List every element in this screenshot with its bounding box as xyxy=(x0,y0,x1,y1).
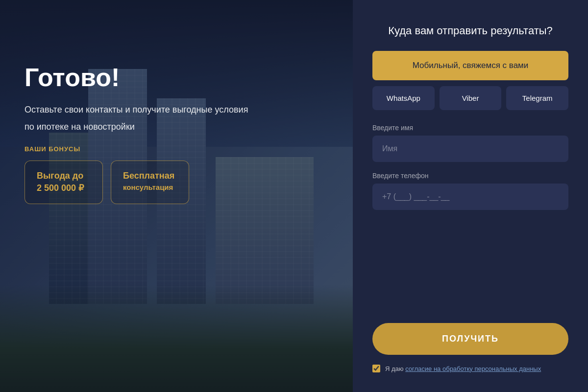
consent-text: Я даю согласие на обработку персональных… xyxy=(385,365,541,372)
bonus-card-2-line1: Бесплатная xyxy=(123,170,177,182)
right-panel: Куда вам отправить результаты? Мобильный… xyxy=(353,0,588,392)
subtitle-line1: Оставьте свои контакты и получите выгодн… xyxy=(24,103,248,116)
consent-link[interactable]: согласие на обработку персональных данны… xyxy=(405,365,541,372)
btn-viber[interactable]: Viber xyxy=(440,86,502,110)
consent-row: Я даю согласие на обработку персональных… xyxy=(372,365,568,372)
messenger-row: WhatsApp Viber Telegram xyxy=(372,86,568,110)
bonus-card-2-line2: консультация xyxy=(123,182,177,192)
left-panel: Готово! Оставьте свои контакты и получит… xyxy=(0,0,353,392)
phone-field-label: Введите телефон xyxy=(372,172,568,180)
subtitle-line2: по ипотеке на новостройки xyxy=(24,120,248,134)
btn-telegram[interactable]: Telegram xyxy=(506,86,568,110)
bonus-card-1-line1: Выгода до xyxy=(37,170,91,182)
consent-checkbox[interactable] xyxy=(372,365,380,372)
submit-button[interactable]: ПОЛУЧИТЬ xyxy=(372,323,568,355)
name-field-label: Введите имя xyxy=(372,124,568,132)
form-title: Куда вам отправить результаты? xyxy=(388,24,553,37)
name-input[interactable] xyxy=(372,136,568,162)
bonus-card-1-line2: 2 500 000 ₽ xyxy=(37,182,91,194)
bonus-card-2: Бесплатная консультация xyxy=(111,161,189,204)
phone-input[interactable] xyxy=(372,184,568,210)
left-content: Готово! Оставьте свои контакты и получит… xyxy=(24,64,248,204)
bonus-label: ВАШИ БОНУСЫ xyxy=(24,145,248,153)
bonus-cards-container: Выгода до 2 500 000 ₽ Бесплатная консуль… xyxy=(24,161,248,204)
bonus-card-1: Выгода до 2 500 000 ₽ xyxy=(24,161,103,204)
btn-whatsapp[interactable]: WhatsApp xyxy=(372,86,435,110)
page-heading: Готово! xyxy=(24,64,248,92)
btn-mobile[interactable]: Мобильный, свяжемся с вами xyxy=(372,51,568,80)
